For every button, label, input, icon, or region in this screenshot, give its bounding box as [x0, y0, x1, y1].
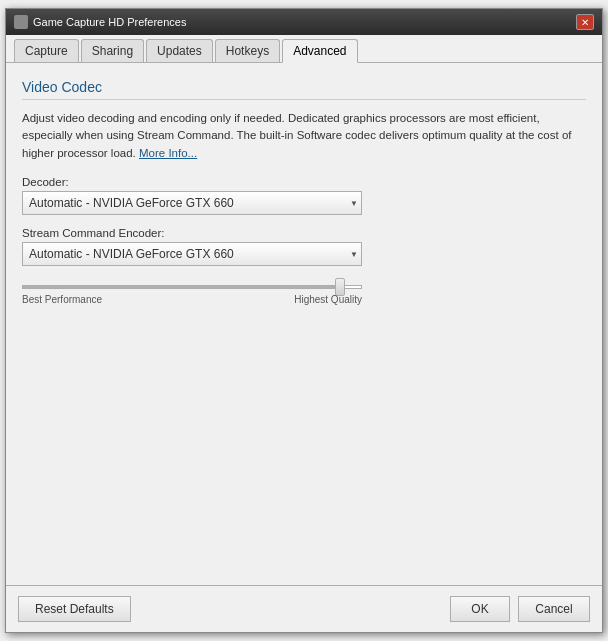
quality-slider[interactable] [22, 285, 362, 289]
quality-slider-section: Best Performance Highest Quality [22, 278, 586, 305]
tab-advanced[interactable]: Advanced [282, 39, 357, 63]
tab-sharing[interactable]: Sharing [81, 39, 144, 62]
app-icon [14, 15, 28, 29]
bottom-right-buttons: OK Cancel [450, 596, 590, 622]
slider-max-label: Highest Quality [294, 294, 362, 305]
tab-updates[interactable]: Updates [146, 39, 213, 62]
bottom-bar: Reset Defaults OK Cancel [6, 585, 602, 632]
encoder-dropdown-wrapper: Automatic - NVIDIA GeForce GTX 660 Softw… [22, 242, 362, 266]
reset-defaults-button[interactable]: Reset Defaults [18, 596, 131, 622]
encoder-dropdown[interactable]: Automatic - NVIDIA GeForce GTX 660 Softw… [22, 242, 362, 266]
cancel-button[interactable]: Cancel [518, 596, 590, 622]
section-description: Adjust video decoding and encoding only … [22, 110, 586, 162]
tab-hotkeys[interactable]: Hotkeys [215, 39, 280, 62]
decoder-dropdown[interactable]: Automatic - NVIDIA GeForce GTX 660 Softw… [22, 191, 362, 215]
slider-min-label: Best Performance [22, 294, 102, 305]
slider-container [22, 278, 362, 292]
encoder-label: Stream Command Encoder: [22, 227, 586, 239]
decoder-field-group: Decoder: Automatic - NVIDIA GeForce GTX … [22, 176, 586, 215]
title-bar-left: Game Capture HD Preferences [14, 15, 186, 29]
tabs-container: Capture Sharing Updates Hotkeys Advanced [6, 35, 602, 63]
more-info-link[interactable]: More Info... [139, 147, 197, 159]
section-title: Video Codec [22, 79, 586, 100]
preferences-window: Game Capture HD Preferences ✕ Capture Sh… [5, 8, 603, 633]
decoder-label: Decoder: [22, 176, 586, 188]
encoder-field-group: Stream Command Encoder: Automatic - NVID… [22, 227, 586, 266]
close-button[interactable]: ✕ [576, 14, 594, 30]
content-area: Video Codec Adjust video decoding and en… [6, 63, 602, 585]
title-bar: Game Capture HD Preferences ✕ [6, 9, 602, 35]
tab-capture[interactable]: Capture [14, 39, 79, 62]
ok-button[interactable]: OK [450, 596, 510, 622]
window-title: Game Capture HD Preferences [33, 16, 186, 28]
decoder-dropdown-wrapper: Automatic - NVIDIA GeForce GTX 660 Softw… [22, 191, 362, 215]
